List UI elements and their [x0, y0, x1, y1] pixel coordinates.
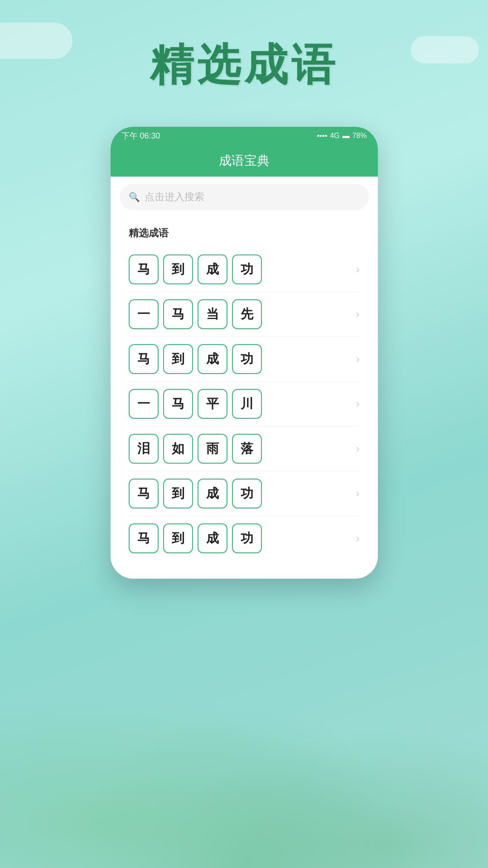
- idiom-chars: 马到成功: [129, 254, 262, 284]
- char-box: 到: [163, 479, 193, 508]
- bg-mountains: [0, 642, 488, 868]
- app-header-title: 成语宝典: [219, 153, 270, 168]
- char-box: 马: [129, 344, 159, 374]
- idiom-row[interactable]: 一马当先›: [129, 292, 360, 337]
- chevron-right-icon: ›: [356, 487, 360, 500]
- signal-icon: ▪▪▪▪: [317, 132, 327, 140]
- char-box: 平: [198, 389, 227, 419]
- char-box: 马: [129, 254, 159, 284]
- status-time: 下午 06:30: [121, 130, 160, 141]
- battery-percentage: 78%: [352, 132, 367, 140]
- idiom-row[interactable]: 马到成功›: [129, 337, 360, 382]
- search-bar[interactable]: 🔍 点击进入搜索: [120, 184, 369, 210]
- char-box: 到: [163, 254, 193, 284]
- char-box: 成: [198, 344, 227, 374]
- bg-cloud-2: [411, 36, 479, 63]
- char-box: 当: [198, 299, 227, 329]
- char-box: 如: [163, 434, 193, 464]
- battery-bar: ▬: [342, 132, 349, 140]
- idiom-chars: 一马平川: [129, 389, 262, 419]
- idiom-chars: 马到成功: [129, 523, 262, 553]
- phone-mockup: 下午 06:30 ▪▪▪▪ 4G ▬ 78% 成语宝典 🔍 点击进入搜索 精选成…: [111, 127, 378, 579]
- idiom-row[interactable]: 马到成功›: [129, 471, 360, 516]
- char-box: 功: [232, 523, 262, 553]
- chevron-right-icon: ›: [356, 353, 360, 365]
- char-box: 泪: [129, 434, 159, 464]
- content-area: 精选成语 马到成功›一马当先›马到成功›一马平川›泪如雨落›马到成功›马到成功›: [120, 217, 369, 570]
- char-box: 成: [198, 254, 227, 284]
- idiom-row[interactable]: 马到成功›: [129, 516, 360, 561]
- char-box: 一: [129, 299, 159, 329]
- search-placeholder: 点击进入搜索: [145, 190, 204, 204]
- char-box: 川: [232, 389, 262, 419]
- chevron-right-icon: ›: [356, 442, 360, 455]
- char-box: 雨: [198, 434, 227, 464]
- chevron-right-icon: ›: [356, 263, 360, 276]
- char-box: 功: [232, 344, 262, 374]
- char-box: 马: [129, 523, 159, 553]
- idiom-chars: 一马当先: [129, 299, 262, 329]
- page-title: 精选成语: [150, 36, 338, 95]
- search-icon: 🔍: [129, 192, 140, 202]
- char-box: 功: [232, 479, 262, 508]
- char-box: 落: [232, 434, 262, 464]
- chevron-right-icon: ›: [356, 532, 360, 545]
- char-box: 先: [232, 299, 262, 329]
- chevron-right-icon: ›: [356, 398, 360, 410]
- char-box: 马: [129, 479, 159, 508]
- network-type: 4G: [330, 132, 339, 140]
- bg-cloud-1: [0, 23, 72, 59]
- app-header: 成语宝典: [111, 145, 378, 177]
- idiom-list: 马到成功›一马当先›马到成功›一马平川›泪如雨落›马到成功›马到成功›: [129, 247, 360, 561]
- search-container: 🔍 点击进入搜索: [111, 177, 378, 217]
- char-box: 成: [198, 523, 227, 553]
- char-box: 到: [163, 344, 193, 374]
- char-box: 马: [163, 389, 193, 419]
- chevron-right-icon: ›: [356, 308, 360, 321]
- idiom-chars: 泪如雨落: [129, 434, 262, 464]
- char-box: 功: [232, 254, 262, 284]
- idiom-row[interactable]: 马到成功›: [129, 247, 360, 292]
- char-box: 马: [163, 299, 193, 329]
- char-box: 到: [163, 523, 193, 553]
- idiom-chars: 马到成功: [129, 344, 262, 374]
- char-box: 成: [198, 479, 227, 508]
- idiom-row[interactable]: 一马平川›: [129, 382, 360, 427]
- idiom-chars: 马到成功: [129, 479, 262, 508]
- status-bar: 下午 06:30 ▪▪▪▪ 4G ▬ 78%: [111, 127, 378, 145]
- status-icons: ▪▪▪▪ 4G ▬ 78%: [317, 132, 367, 140]
- idiom-row[interactable]: 泪如雨落›: [129, 427, 360, 471]
- section-title: 精选成语: [129, 226, 360, 240]
- char-box: 一: [129, 389, 159, 419]
